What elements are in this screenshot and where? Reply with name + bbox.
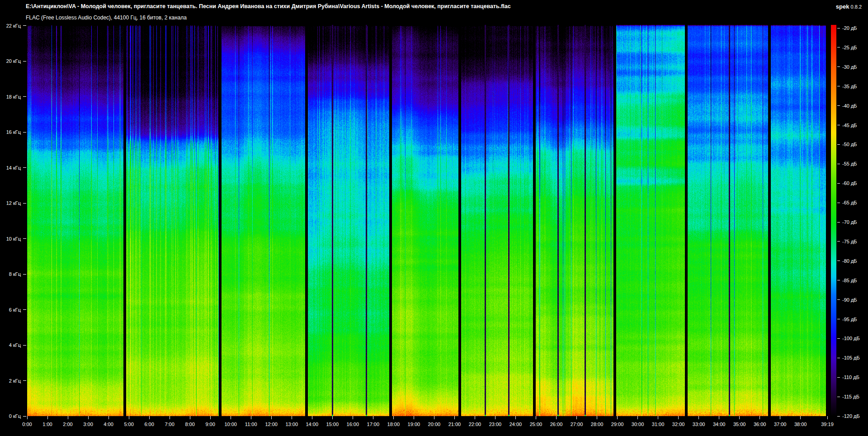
legend-tick-label: -55 дБ	[842, 161, 857, 166]
x-tick	[414, 416, 414, 419]
x-tick-label: 2:00	[63, 422, 72, 427]
legend-tick	[837, 299, 840, 300]
app-version: 0.8.2	[851, 4, 862, 9]
x-tick-label: 23:00	[489, 422, 502, 427]
legend-tick-label: -25 дБ	[842, 45, 857, 50]
legend-tick	[837, 203, 840, 203]
x-tick	[434, 416, 434, 419]
x-tick-label: 39:19	[821, 422, 834, 427]
legend-tick-label: -95 дБ	[842, 317, 857, 322]
y-tick-label: 10 кГц	[1, 236, 21, 242]
x-tick	[597, 416, 597, 419]
legend-tick-label: -85 дБ	[842, 278, 857, 283]
y-tick-label: 16 кГц	[1, 129, 21, 135]
legend-tick-label: -35 дБ	[842, 84, 857, 89]
x-tick	[678, 416, 679, 419]
y-tick	[23, 416, 26, 417]
x-tick-label: 37:00	[774, 422, 787, 427]
legend-tick-label: -20 дБ	[842, 25, 857, 31]
x-tick-label: 20:00	[428, 422, 441, 427]
x-tick-label: 22:00	[469, 422, 481, 427]
legend-tick-label: -70 дБ	[842, 219, 857, 225]
y-tick-label: 20 кГц	[1, 58, 21, 64]
x-tick	[536, 416, 536, 419]
spectrogram-canvas	[27, 25, 827, 416]
x-tick-label: 28:00	[591, 422, 604, 427]
x-tick	[129, 416, 129, 419]
y-tick	[23, 380, 26, 381]
x-tick-label: 12:00	[265, 422, 278, 427]
x-tick-label: 29:00	[611, 422, 624, 427]
legend-tick	[837, 86, 840, 86]
y-tick-label: 6 кГц	[1, 307, 21, 313]
x-tick	[353, 416, 353, 419]
x-tick	[576, 416, 577, 419]
legend-tick	[837, 397, 840, 397]
x-tick-label: 5:00	[124, 422, 133, 427]
legend-tick	[837, 183, 840, 184]
x-tick	[231, 416, 231, 419]
y-tick	[23, 25, 26, 26]
x-tick-label: 9:00	[205, 422, 215, 427]
legend-tick-label: -115 дБ	[842, 394, 859, 399]
db-colorbar	[831, 25, 836, 416]
x-tick-label: 24:00	[509, 422, 522, 427]
legend-tick	[837, 105, 840, 106]
x-tick	[393, 416, 394, 419]
x-tick	[332, 416, 333, 419]
y-tick	[23, 238, 26, 239]
x-tick	[475, 416, 475, 419]
legend-tick-label: -30 дБ	[842, 64, 857, 70]
y-tick	[23, 345, 26, 346]
legend-tick	[837, 416, 840, 417]
x-tick	[637, 416, 638, 419]
legend-tick-label: -60 дБ	[842, 180, 857, 186]
x-tick	[47, 416, 48, 419]
legend-tick-label: -90 дБ	[842, 297, 857, 303]
legend-tick	[837, 125, 840, 125]
legend-tick	[837, 28, 840, 28]
x-tick-label: 14:00	[306, 422, 319, 427]
x-tick-label: 4:00	[104, 422, 113, 427]
x-tick-label: 38:00	[794, 422, 807, 427]
x-tick-label: 13:00	[285, 422, 298, 427]
y-tick-label: 22 кГц	[1, 23, 21, 28]
y-tick	[23, 309, 26, 310]
y-tick	[23, 167, 26, 168]
legend-tick-label: -50 дБ	[842, 142, 857, 147]
legend-tick-label: -40 дБ	[842, 103, 857, 109]
x-tick-label: 10:00	[224, 422, 237, 427]
x-tick-label: 1:00	[42, 422, 52, 427]
legend-tick	[837, 358, 840, 358]
x-tick-label: 17:00	[367, 422, 380, 427]
x-tick-label: 26:00	[550, 422, 563, 427]
y-tick-label: 4 кГц	[1, 342, 21, 348]
x-tick	[108, 416, 109, 419]
x-tick	[190, 416, 190, 419]
x-tick	[454, 416, 455, 419]
y-tick-label: 12 кГц	[1, 200, 21, 206]
x-tick	[658, 416, 658, 419]
x-tick	[373, 416, 373, 419]
x-tick-label: 27:00	[571, 422, 583, 427]
x-tick-label: 0:00	[22, 422, 32, 427]
x-tick	[780, 416, 780, 419]
x-tick	[170, 416, 170, 419]
x-tick	[556, 416, 557, 419]
legend-tick	[837, 222, 840, 223]
x-tick	[827, 416, 828, 419]
x-tick-label: 6:00	[144, 422, 154, 427]
file-path-title: E:\Антициклон\VA - Молодой человек, приг…	[26, 3, 511, 9]
x-tick	[739, 416, 740, 419]
x-tick	[312, 416, 312, 419]
x-tick-label: 34:00	[713, 422, 726, 427]
legend-tick	[837, 338, 840, 339]
codec-info: FLAC (Free Lossless Audio Codec), 44100 …	[26, 14, 187, 21]
legend-tick	[837, 261, 840, 261]
y-tick-label: 0 кГц	[1, 413, 21, 419]
legend-tick	[837, 164, 840, 164]
y-tick-label: 8 кГц	[1, 271, 21, 277]
legend-tick	[837, 144, 840, 145]
x-tick	[617, 416, 618, 419]
legend-tick-label: -45 дБ	[842, 123, 857, 128]
